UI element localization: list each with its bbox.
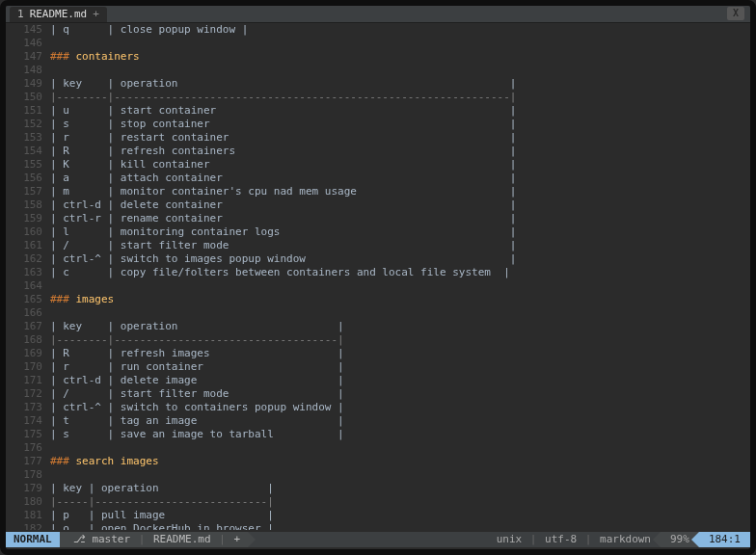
- code-line: | K | kill container |: [50, 158, 750, 172]
- line-number: 148: [6, 64, 42, 77]
- code-line: | u | start container |: [50, 104, 750, 118]
- line-number: 180: [6, 495, 42, 509]
- tab-modified-flag: +: [93, 8, 99, 21]
- line-number: 145: [6, 23, 42, 37]
- line-number: 163: [6, 266, 42, 279]
- line-number: 164: [6, 279, 42, 293]
- status-filename: README.md: [153, 533, 211, 545]
- line-number: 172: [6, 387, 42, 401]
- line-number: 154: [6, 145, 42, 158]
- line-number: 160: [6, 225, 42, 239]
- code-line: | key | operation |: [50, 482, 750, 495]
- code-line: | a | attach container |: [50, 172, 750, 185]
- code-line: | ctrl-d | delete container |: [50, 198, 750, 212]
- code-line: | q | close popup window |: [50, 23, 750, 37]
- code-line: [50, 306, 750, 320]
- fileformat: unix: [497, 533, 523, 545]
- code-line: | / | start filter mode |: [50, 387, 750, 401]
- status-bar: NORMAL ⎇ master | README.md | + unix | u…: [6, 532, 750, 547]
- branch-icon: ⎇: [73, 533, 86, 545]
- code-line: [50, 279, 750, 293]
- line-number: 149: [6, 77, 42, 91]
- code-line: | ctrl-^ | switch to images popup window…: [50, 252, 750, 266]
- line-number: 175: [6, 428, 42, 441]
- code-line: ### search images: [50, 455, 750, 468]
- code-line: | c | copy file/folters between containe…: [50, 266, 750, 279]
- line-number: 151: [6, 104, 42, 118]
- line-number: 181: [6, 509, 42, 522]
- code-line: | key | operation |: [50, 77, 750, 91]
- code-line: |-----|---------------------------|: [50, 495, 750, 509]
- line-number: 176: [6, 441, 42, 455]
- code-line: | key | operation |: [50, 320, 750, 333]
- code-line: | R | refresh containers |: [50, 145, 750, 158]
- line-number: 179: [6, 482, 42, 495]
- line-number: 157: [6, 185, 42, 198]
- status-modified: +: [233, 533, 240, 545]
- code-line: [50, 64, 750, 77]
- line-number: 147: [6, 50, 42, 64]
- mode-indicator: NORMAL: [6, 532, 60, 547]
- code-line: | r | run container |: [50, 360, 750, 374]
- line-number: 167: [6, 320, 42, 333]
- file-meta: unix | utf-8 | markdown: [487, 532, 661, 547]
- code-line: | p | pull image |: [50, 509, 750, 522]
- editor-pane[interactable]: 1451461471481491501511521531541551561571…: [6, 23, 750, 530]
- line-number: 152: [6, 118, 42, 131]
- code-area[interactable]: | q | close popup window |### containers…: [50, 23, 750, 530]
- code-line: | o | open DockerHub in browser |: [50, 522, 750, 530]
- line-number: 168: [6, 333, 42, 347]
- code-line: | ctrl-r | rename container |: [50, 212, 750, 225]
- line-number: 158: [6, 198, 42, 212]
- filetype: markdown: [600, 533, 651, 545]
- tab-filename: README.md: [30, 8, 88, 21]
- line-number: 169: [6, 347, 42, 360]
- close-icon[interactable]: X: [727, 7, 744, 20]
- code-line: | ctrl-^ | switch to containers popup wi…: [50, 401, 750, 414]
- tab-index: 1: [17, 8, 24, 21]
- code-line: | / | start filter mode |: [50, 239, 750, 252]
- line-number: 165: [6, 293, 42, 306]
- code-line: ### containers: [50, 50, 750, 64]
- line-number: 161: [6, 239, 42, 252]
- git-segment: ⎇ master | README.md | +: [60, 532, 248, 547]
- line-number: 171: [6, 374, 42, 387]
- line-number: 182: [6, 522, 42, 530]
- encoding: utf-8: [545, 533, 577, 545]
- line-number: 174: [6, 414, 42, 428]
- line-number: 159: [6, 212, 42, 225]
- tab-readme[interactable]: 1 README.md +: [10, 7, 107, 22]
- code-line: [50, 468, 750, 482]
- code-line: |--------|------------------------------…: [50, 91, 750, 104]
- code-line: |--------|------------------------------…: [50, 333, 750, 347]
- code-line: | R | refresh images |: [50, 347, 750, 360]
- line-number: 150: [6, 91, 42, 104]
- code-line: | s | save an image to tarball |: [50, 428, 750, 441]
- code-line: | ctrl-d | delete image |: [50, 374, 750, 387]
- code-line: [50, 441, 750, 455]
- line-number: 153: [6, 131, 42, 145]
- code-line: | m | monitor container's cpu nad mem us…: [50, 185, 750, 198]
- line-number: 170: [6, 360, 42, 374]
- line-number: 156: [6, 172, 42, 185]
- branch-name: master: [92, 533, 130, 545]
- code-line: | s | stop container |: [50, 118, 750, 131]
- line-number: 162: [6, 252, 42, 266]
- code-line: [50, 37, 750, 50]
- line-number: 177: [6, 455, 42, 468]
- tab-bar: 1 README.md + X: [6, 6, 750, 23]
- code-line: | r | restart container |: [50, 131, 750, 145]
- line-number: 178: [6, 468, 42, 482]
- code-line: ### images: [50, 293, 750, 306]
- line-number: 155: [6, 158, 42, 172]
- line-number: 146: [6, 37, 42, 50]
- line-number: 166: [6, 306, 42, 320]
- code-line: | t | tag an image |: [50, 414, 750, 428]
- code-line: | l | monitoring container logs |: [50, 225, 750, 239]
- line-number: 173: [6, 401, 42, 414]
- cursor-position: 184:1: [699, 532, 750, 547]
- line-number-gutter: 1451461471481491501511521531541551561571…: [6, 23, 50, 530]
